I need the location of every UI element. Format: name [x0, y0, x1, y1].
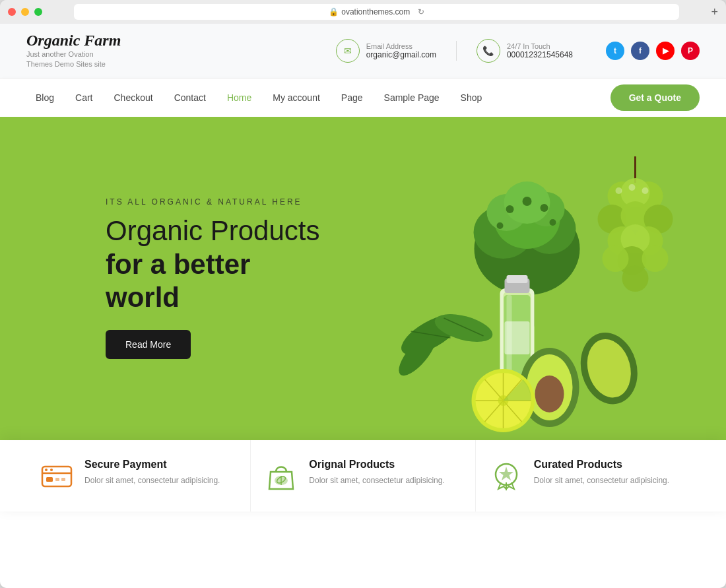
email-icon: ✉	[336, 39, 360, 63]
nav-page[interactable]: Page	[332, 87, 372, 108]
svg-point-26	[603, 245, 629, 272]
feature-secure-text: Secure Payment Dolor sit amet, consectet…	[84, 459, 220, 486]
svg-point-61	[50, 469, 53, 471]
facebook-icon[interactable]: f	[631, 42, 649, 60]
minimize-button[interactable]	[21, 8, 29, 16]
contact-info: ✉ Email Address organic@gmail.com 📞 24/7…	[336, 39, 700, 63]
nav-checkout[interactable]: Checkout	[104, 87, 162, 108]
nav-cart[interactable]: Cart	[66, 87, 102, 108]
svg-point-29	[642, 187, 649, 194]
feature-original-products: Orignal Products Dolor sit amet, consect…	[251, 440, 475, 511]
svg-rect-58	[55, 478, 59, 481]
get-quote-button[interactable]: Get a Quote	[610, 84, 700, 111]
new-tab-button[interactable]: +	[711, 5, 718, 19]
payment-icon	[40, 459, 74, 493]
features-section: Secure Payment Dolor sit amet, consectet…	[0, 440, 726, 511]
svg-point-10	[523, 197, 532, 206]
email-text: Email Address organic@gmail.com	[366, 42, 436, 59]
feature-curated-title: Curated Products	[534, 459, 669, 471]
feature-secure-desc: Dolor sit amet, consectetur adipisicing.	[84, 474, 220, 486]
browser-window: 🔒 ovationthemes.com ↻ + Organic Farm Jus…	[0, 0, 726, 588]
pinterest-icon[interactable]: P	[681, 42, 700, 60]
feature-original-text: Orignal Products Dolor sit amet, consect…	[309, 459, 444, 486]
nav-bar: Blog Cart Checkout Contact Home My accou…	[0, 79, 726, 117]
phone-icon: 📞	[477, 39, 500, 63]
svg-rect-34	[507, 275, 528, 283]
nav-home[interactable]: Home	[218, 87, 261, 108]
lock-icon: 🔒	[329, 7, 339, 16]
hero-tagline: Its All Organic & Natural Here	[106, 197, 319, 207]
logo-area: Organic Farm Just another Ovation Themes…	[26, 32, 336, 70]
nav-myaccount[interactable]: My account	[263, 87, 329, 108]
email-contact: ✉ Email Address organic@gmail.com	[336, 39, 436, 63]
maximize-button[interactable]	[34, 8, 42, 16]
svg-marker-66	[499, 467, 513, 480]
svg-point-27	[622, 265, 649, 292]
header-top: Organic Farm Just another Ovation Themes…	[0, 24, 726, 79]
svg-point-13	[550, 219, 556, 226]
feature-secure-payment: Secure Payment Dolor sit amet, consectet…	[26, 440, 251, 511]
svg-point-45	[535, 376, 564, 412]
social-icons: t f ▶ P	[606, 42, 700, 60]
browser-titlebar: 🔒 ovationthemes.com ↻ +	[0, 0, 726, 24]
hero-section: Its All Organic & Natural Here Organic P…	[0, 117, 726, 440]
svg-point-12	[497, 222, 504, 229]
hero-content: Its All Organic & Natural Here Organic P…	[0, 197, 319, 359]
hero-subtitle-bold: for a better world	[106, 248, 319, 315]
nav-shop[interactable]: Shop	[451, 87, 492, 108]
youtube-icon[interactable]: ▶	[656, 42, 675, 60]
nav-samplepage[interactable]: Sample Page	[375, 87, 449, 108]
svg-point-9	[506, 205, 514, 213]
svg-rect-57	[46, 477, 53, 482]
twitter-icon[interactable]: t	[606, 42, 624, 60]
bag-icon	[264, 459, 298, 493]
feature-curated-products: Curated Products Dolor sit amet, consect…	[476, 440, 700, 511]
close-button[interactable]	[8, 8, 16, 16]
browser-content: Organic Farm Just another Ovation Themes…	[0, 24, 726, 588]
feature-curated-text: Curated Products Dolor sit amet, consect…	[534, 459, 669, 486]
phone-text: 24/7 In Touch 000012321545648	[507, 42, 573, 59]
svg-rect-37	[505, 321, 530, 354]
feature-original-title: Orignal Products	[309, 459, 444, 471]
produce-illustration	[254, 117, 726, 440]
logo-title: Organic Farm	[26, 32, 336, 49]
nav-contact[interactable]: Contact	[165, 87, 215, 108]
svg-point-30	[629, 184, 636, 191]
phone-contact: 📞 24/7 In Touch 000012321545648	[477, 39, 573, 63]
address-bar[interactable]: 🔒 ovationthemes.com ↻	[74, 4, 679, 20]
refresh-icon[interactable]: ↻	[418, 7, 424, 16]
feature-curated-desc: Dolor sit amet, consectetur adipisicing.	[534, 474, 669, 486]
svg-point-11	[541, 204, 548, 212]
hero-title: Organic Products	[106, 214, 319, 247]
nav-blog[interactable]: Blog	[26, 87, 63, 108]
logo-subtitle: Just another Ovation Themes Demo Sites s…	[26, 49, 336, 70]
nav-items: Blog Cart Checkout Contact Home My accou…	[26, 87, 610, 108]
award-icon	[489, 459, 523, 493]
svg-rect-59	[61, 478, 65, 481]
contact-divider	[456, 41, 457, 61]
svg-point-60	[45, 469, 48, 471]
url-text: ovationthemes.com	[341, 7, 410, 16]
feature-secure-title: Secure Payment	[84, 459, 220, 471]
read-more-button[interactable]: Read More	[106, 330, 191, 359]
svg-point-28	[616, 187, 622, 194]
feature-original-desc: Dolor sit amet, consectetur adipisicing.	[309, 474, 444, 486]
svg-point-25	[642, 245, 669, 272]
